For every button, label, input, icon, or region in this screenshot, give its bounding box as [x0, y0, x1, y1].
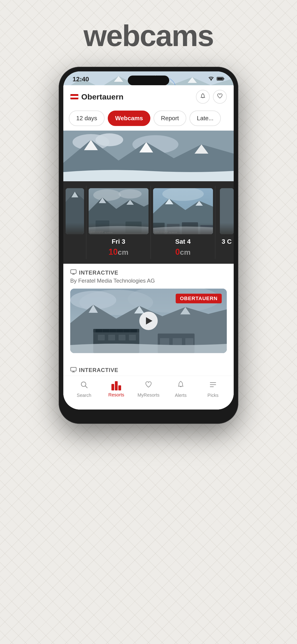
- svg-rect-67: [118, 335, 126, 340]
- header-buttons: [196, 90, 227, 104]
- svg-rect-71: [173, 338, 182, 345]
- day-item-sat4: altech.cornali.ch · by wrd.ch cached 202…: [151, 186, 215, 259]
- heart-icon: [217, 93, 223, 101]
- nav-item-myresorts[interactable]: MyResorts: [137, 381, 160, 398]
- svg-text:cached 2024/06/03: cached 2024/06/03: [90, 230, 104, 232]
- svg-rect-28: [96, 220, 109, 233]
- tab-12days[interactable]: 12 days: [69, 110, 104, 126]
- svg-rect-72: [185, 338, 194, 345]
- tab-report[interactable]: Report: [154, 110, 186, 126]
- day-label-sat4: Sat 4: [175, 238, 191, 245]
- tab-webcams[interactable]: Webcams: [108, 110, 150, 126]
- search-icon: [80, 380, 88, 391]
- status-icons: [208, 76, 224, 82]
- svg-rect-39: [167, 224, 180, 234]
- svg-rect-29: [112, 224, 122, 233]
- svg-rect-65: [98, 335, 105, 340]
- resorts-icon: [112, 381, 121, 390]
- svg-rect-70: [160, 338, 169, 345]
- app-content: Obertauern: [63, 85, 234, 410]
- tab-latest[interactable]: Late...: [190, 110, 221, 126]
- resorts-bars-icon: [112, 381, 121, 390]
- nav-label-resorts: Resorts: [108, 392, 124, 398]
- svg-point-12: [96, 133, 123, 146]
- notifications-button[interactable]: [196, 90, 210, 104]
- svg-rect-68: [129, 335, 136, 340]
- status-bar: 12:40: [63, 72, 234, 85]
- play-button[interactable]: [139, 312, 158, 330]
- svg-text:altech.cornali.ch · by wrd.ch: altech.cornali.ch · by wrd.ch: [90, 232, 112, 234]
- svg-point-24: [118, 189, 142, 198]
- obertauern-badge: OBERTAUERN: [176, 294, 222, 303]
- snow-num-sat4: 0: [175, 247, 180, 256]
- webcam-hero-image: [63, 130, 234, 181]
- tabs-row: 12 days Webcams Report Late...: [63, 108, 234, 130]
- day-item-right-partial: 3 C: [215, 186, 234, 259]
- interactive-icon-1: [70, 269, 77, 276]
- day-item-partial: [63, 186, 86, 259]
- nav-label-myresorts: MyResorts: [138, 392, 160, 398]
- bell-icon: [200, 93, 206, 101]
- nav-label-search: Search: [77, 393, 91, 398]
- austria-flag-icon: [70, 94, 78, 100]
- snow-amount-fri3: 10cm: [108, 247, 128, 257]
- svg-rect-66: [108, 335, 115, 340]
- interactive-section-1: Interactive By Feratel Media Technologie…: [63, 264, 234, 358]
- svg-rect-41: [200, 225, 213, 234]
- play-triangle-icon: [146, 317, 152, 324]
- myresorts-heart-icon: [144, 381, 153, 391]
- interactive-label-1: Interactive: [70, 269, 227, 276]
- nav-item-search[interactable]: Search: [72, 380, 96, 398]
- resort-name-row: Obertauern: [70, 92, 124, 101]
- favorites-button[interactable]: [213, 90, 227, 104]
- nav-item-picks[interactable]: Picks: [202, 380, 224, 398]
- day-label-fri3: Fri 3: [112, 238, 125, 245]
- svg-rect-38: [153, 223, 164, 234]
- app-header: Obertauern: [63, 85, 234, 108]
- nav-item-resorts[interactable]: Resorts: [105, 381, 128, 398]
- nav-label-picks: Picks: [208, 393, 218, 398]
- battery-icon: [217, 76, 224, 82]
- svg-rect-45: [71, 270, 76, 274]
- svg-rect-40: [182, 222, 198, 234]
- bottom-nav: Search Resorts: [63, 376, 234, 410]
- wifi-icon: [208, 76, 214, 82]
- status-time: 12:40: [72, 76, 89, 83]
- phone-device: 12:40: [59, 67, 238, 424]
- svg-point-23: [93, 189, 121, 201]
- svg-text:altech.cornali.ch · by wrd.ch: altech.cornali.ch · by wrd.ch: [154, 232, 177, 234]
- video-card[interactable]: OBERTAUERN: [70, 288, 227, 353]
- picks-icon: [209, 380, 217, 391]
- nav-item-alerts[interactable]: Alerts: [169, 380, 192, 398]
- snow-amount-sat4: 0cm: [175, 247, 190, 257]
- page-title: webcams: [84, 18, 214, 53]
- snow-unit-fri3: cm: [118, 248, 128, 256]
- svg-rect-7: [223, 78, 224, 80]
- snow-num-fri3: 10: [108, 247, 118, 256]
- interactive-section-2: Interactive: [63, 362, 234, 376]
- dynamic-island: [128, 76, 169, 85]
- provider-text: By Feratel Media Technologies AG: [70, 278, 227, 284]
- svg-rect-8: [217, 78, 223, 80]
- snow-unit-sat4: cm: [180, 248, 190, 256]
- day-label-partial: 3 C: [222, 238, 232, 245]
- alerts-bell-icon: [177, 380, 185, 391]
- svg-line-78: [85, 386, 87, 388]
- svg-rect-30: [126, 222, 142, 233]
- nav-label-alerts: Alerts: [175, 393, 186, 398]
- svg-rect-44: [220, 188, 234, 234]
- interactive-label-text-1: Interactive: [79, 270, 118, 276]
- resort-name: Obertauern: [81, 92, 124, 101]
- interactive-label-text-2: Interactive: [79, 367, 118, 373]
- day-item-fri3: altech.cornali.ch · by wrd.ch cached 202…: [86, 186, 151, 259]
- day-strip[interactable]: altech.cornali.ch · by wrd.ch cached 202…: [63, 181, 234, 264]
- phone-screen: 12:40: [63, 72, 234, 410]
- svg-rect-73: [71, 367, 76, 371]
- svg-text:cached 2024/06/04: cached 2024/06/04: [154, 230, 168, 232]
- interactive-icon-2: [70, 367, 77, 373]
- svg-point-5: [211, 80, 212, 81]
